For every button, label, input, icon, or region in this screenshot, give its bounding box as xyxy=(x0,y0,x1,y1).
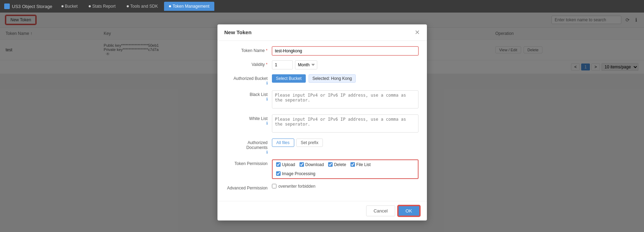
authorized-bucket-row: Authorized Bucket ℹ Select Bucket Select… xyxy=(226,74,419,85)
validity-row: Validity * Day Month Year xyxy=(226,60,419,69)
validity-unit-select[interactable]: Day Month Year xyxy=(295,60,317,69)
ok-button[interactable]: OK xyxy=(398,205,420,216)
authorized-docs-row: Authorized Documents ℹ All files Set pre… xyxy=(226,139,419,155)
modal-title: New Token xyxy=(224,29,252,35)
validity-number-input[interactable] xyxy=(272,60,293,69)
validity-row-inner: Day Month Year xyxy=(272,60,419,69)
blacklist-control xyxy=(272,90,419,110)
token-name-control xyxy=(272,46,419,55)
set-prefix-button[interactable]: Set prefix xyxy=(296,139,323,147)
modal-body: Token Name * Validity * xyxy=(217,41,427,201)
authorized-bucket-control: Select Bucket Selected: Hong Kong xyxy=(272,74,419,83)
authorized-docs-control: All files Set prefix xyxy=(272,139,419,147)
tab-dot-token xyxy=(169,5,171,7)
imageprocessing-checkbox[interactable] xyxy=(276,171,281,176)
permission-upload[interactable]: Upload xyxy=(276,162,295,167)
overwriter-row[interactable]: overwriter forbidden xyxy=(272,184,419,189)
all-files-button[interactable]: All files xyxy=(272,139,294,147)
tab-tools[interactable]: Tools and SDK xyxy=(122,2,163,11)
tab-dot-stats xyxy=(89,5,91,7)
whitelist-help-icon[interactable]: ℹ xyxy=(266,121,268,126)
logo-icon xyxy=(4,3,10,9)
doc-buttons: All files Set prefix xyxy=(272,139,419,147)
new-token-modal: New Token ✕ Token Name * xyxy=(217,24,427,220)
token-name-row: Token Name * xyxy=(226,46,419,55)
advanced-permission-control: overwriter forbidden xyxy=(272,184,419,189)
upload-checkbox[interactable] xyxy=(276,162,281,167)
modal-overlay: New Token ✕ Token Name * xyxy=(0,13,644,232)
permission-imageprocessing[interactable]: Image Processing xyxy=(276,171,316,176)
permission-delete[interactable]: Delete xyxy=(328,162,346,167)
authorized-docs-label: Authorized Documents ℹ xyxy=(226,139,268,155)
authorized-bucket-label: Authorized Bucket ℹ xyxy=(226,74,268,85)
app-logo: US3 Object Storage xyxy=(4,3,52,9)
bucket-help-icon[interactable]: ℹ xyxy=(266,81,268,85)
permission-filelist[interactable]: File List xyxy=(350,162,371,167)
tab-dot-tools xyxy=(127,5,129,7)
cancel-button[interactable]: Cancel xyxy=(366,205,395,216)
blacklist-label: Black List ℹ xyxy=(226,90,268,102)
validity-label: Validity * xyxy=(226,60,268,67)
modal-footer: Cancel OK xyxy=(217,201,427,220)
blacklist-textarea[interactable] xyxy=(272,90,419,108)
whitelist-textarea[interactable] xyxy=(272,114,419,133)
select-bucket-button[interactable]: Select Bucket xyxy=(272,74,306,83)
token-permission-row: Token Permission Upload Download xyxy=(226,159,419,179)
whitelist-label: White List ℹ xyxy=(226,114,268,126)
permissions-container: Upload Download Delete xyxy=(272,159,419,179)
tab-dot-bucket xyxy=(61,5,64,7)
permission-download[interactable]: Download xyxy=(299,162,324,167)
download-checkbox[interactable] xyxy=(299,162,304,167)
overwriter-checkbox[interactable] xyxy=(272,184,276,188)
docs-help-icon[interactable]: ℹ xyxy=(266,150,268,155)
tab-stats[interactable]: Stats Report xyxy=(84,2,120,11)
main-area: New Token ⟳ ℹ Token Name ↑ Key Region Ex… xyxy=(0,13,644,232)
app-title: US3 Object Storage xyxy=(12,4,52,9)
tab-bucket[interactable]: Bucket xyxy=(57,2,83,11)
advanced-permission-row: Advanced Permission overwriter forbidden xyxy=(226,184,419,190)
whitelist-row: White List ℹ xyxy=(226,114,419,134)
token-name-input[interactable] xyxy=(272,46,419,55)
blacklist-row: Black List ℹ xyxy=(226,90,419,110)
bucket-row-inner: Select Bucket Selected: Hong Kong xyxy=(272,74,419,83)
top-bar: US3 Object Storage Bucket Stats Report T… xyxy=(0,0,644,13)
advanced-permission-label: Advanced Permission xyxy=(226,184,268,190)
token-permission-label: Token Permission xyxy=(226,159,268,166)
validity-control: Day Month Year xyxy=(272,60,419,69)
modal-close-button[interactable]: ✕ xyxy=(415,29,420,36)
blacklist-help-icon[interactable]: ℹ xyxy=(266,97,268,102)
tab-token[interactable]: Token Management xyxy=(164,2,214,11)
delete-checkbox[interactable] xyxy=(328,162,333,167)
filelist-checkbox[interactable] xyxy=(350,162,355,167)
whitelist-control xyxy=(272,114,419,134)
modal-header: New Token ✕ xyxy=(217,24,427,41)
token-permission-control: Upload Download Delete xyxy=(272,159,419,179)
selected-bucket-label: Selected: Hong Kong xyxy=(309,74,356,83)
token-name-label: Token Name * xyxy=(226,46,268,53)
